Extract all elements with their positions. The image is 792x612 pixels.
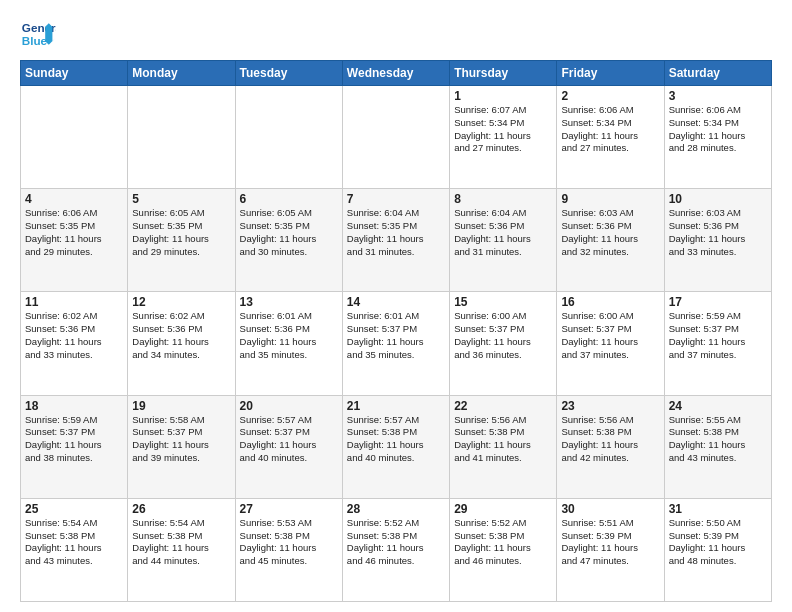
- day-info: Sunrise: 6:01 AM Sunset: 5:36 PM Dayligh…: [240, 310, 338, 361]
- logo-icon: General Blue: [20, 16, 56, 52]
- calendar-cell: 23Sunrise: 5:56 AM Sunset: 5:38 PM Dayli…: [557, 395, 664, 498]
- calendar-cell: 21Sunrise: 5:57 AM Sunset: 5:38 PM Dayli…: [342, 395, 449, 498]
- day-number: 27: [240, 502, 338, 516]
- calendar-cell: [128, 86, 235, 189]
- day-info: Sunrise: 5:52 AM Sunset: 5:38 PM Dayligh…: [454, 517, 552, 568]
- day-number: 1: [454, 89, 552, 103]
- day-info: Sunrise: 5:57 AM Sunset: 5:38 PM Dayligh…: [347, 414, 445, 465]
- day-info: Sunrise: 5:55 AM Sunset: 5:38 PM Dayligh…: [669, 414, 767, 465]
- day-info: Sunrise: 5:53 AM Sunset: 5:38 PM Dayligh…: [240, 517, 338, 568]
- day-info: Sunrise: 6:06 AM Sunset: 5:34 PM Dayligh…: [669, 104, 767, 155]
- calendar-cell: 10Sunrise: 6:03 AM Sunset: 5:36 PM Dayli…: [664, 189, 771, 292]
- day-number: 2: [561, 89, 659, 103]
- day-number: 12: [132, 295, 230, 309]
- calendar-cell: 9Sunrise: 6:03 AM Sunset: 5:36 PM Daylig…: [557, 189, 664, 292]
- day-info: Sunrise: 5:50 AM Sunset: 5:39 PM Dayligh…: [669, 517, 767, 568]
- day-number: 17: [669, 295, 767, 309]
- day-info: Sunrise: 5:56 AM Sunset: 5:38 PM Dayligh…: [454, 414, 552, 465]
- day-number: 30: [561, 502, 659, 516]
- day-info: Sunrise: 6:06 AM Sunset: 5:34 PM Dayligh…: [561, 104, 659, 155]
- day-info: Sunrise: 6:03 AM Sunset: 5:36 PM Dayligh…: [669, 207, 767, 258]
- day-info: Sunrise: 6:06 AM Sunset: 5:35 PM Dayligh…: [25, 207, 123, 258]
- calendar-cell: 25Sunrise: 5:54 AM Sunset: 5:38 PM Dayli…: [21, 498, 128, 601]
- day-info: Sunrise: 5:54 AM Sunset: 5:38 PM Dayligh…: [132, 517, 230, 568]
- calendar-cell: 14Sunrise: 6:01 AM Sunset: 5:37 PM Dayli…: [342, 292, 449, 395]
- calendar-cell: 29Sunrise: 5:52 AM Sunset: 5:38 PM Dayli…: [450, 498, 557, 601]
- day-info: Sunrise: 5:57 AM Sunset: 5:37 PM Dayligh…: [240, 414, 338, 465]
- day-info: Sunrise: 5:56 AM Sunset: 5:38 PM Dayligh…: [561, 414, 659, 465]
- calendar-week-2: 4Sunrise: 6:06 AM Sunset: 5:35 PM Daylig…: [21, 189, 772, 292]
- calendar-cell: 22Sunrise: 5:56 AM Sunset: 5:38 PM Dayli…: [450, 395, 557, 498]
- day-info: Sunrise: 6:04 AM Sunset: 5:35 PM Dayligh…: [347, 207, 445, 258]
- calendar-cell: 2Sunrise: 6:06 AM Sunset: 5:34 PM Daylig…: [557, 86, 664, 189]
- calendar-cell: 20Sunrise: 5:57 AM Sunset: 5:37 PM Dayli…: [235, 395, 342, 498]
- day-header-wednesday: Wednesday: [342, 61, 449, 86]
- day-number: 21: [347, 399, 445, 413]
- day-info: Sunrise: 6:02 AM Sunset: 5:36 PM Dayligh…: [132, 310, 230, 361]
- day-number: 31: [669, 502, 767, 516]
- calendar-cell: 19Sunrise: 5:58 AM Sunset: 5:37 PM Dayli…: [128, 395, 235, 498]
- day-info: Sunrise: 6:05 AM Sunset: 5:35 PM Dayligh…: [240, 207, 338, 258]
- day-info: Sunrise: 6:00 AM Sunset: 5:37 PM Dayligh…: [561, 310, 659, 361]
- day-number: 28: [347, 502, 445, 516]
- calendar-cell: 28Sunrise: 5:52 AM Sunset: 5:38 PM Dayli…: [342, 498, 449, 601]
- day-number: 3: [669, 89, 767, 103]
- calendar-cell: [342, 86, 449, 189]
- day-info: Sunrise: 6:07 AM Sunset: 5:34 PM Dayligh…: [454, 104, 552, 155]
- day-header-monday: Monday: [128, 61, 235, 86]
- calendar-cell: 30Sunrise: 5:51 AM Sunset: 5:39 PM Dayli…: [557, 498, 664, 601]
- header: General Blue: [20, 16, 772, 52]
- calendar-week-3: 11Sunrise: 6:02 AM Sunset: 5:36 PM Dayli…: [21, 292, 772, 395]
- calendar-cell: [235, 86, 342, 189]
- day-number: 25: [25, 502, 123, 516]
- calendar-cell: [21, 86, 128, 189]
- day-number: 5: [132, 192, 230, 206]
- calendar-cell: 15Sunrise: 6:00 AM Sunset: 5:37 PM Dayli…: [450, 292, 557, 395]
- day-number: 23: [561, 399, 659, 413]
- calendar-week-4: 18Sunrise: 5:59 AM Sunset: 5:37 PM Dayli…: [21, 395, 772, 498]
- day-number: 14: [347, 295, 445, 309]
- day-number: 29: [454, 502, 552, 516]
- day-number: 26: [132, 502, 230, 516]
- day-number: 8: [454, 192, 552, 206]
- calendar-cell: 13Sunrise: 6:01 AM Sunset: 5:36 PM Dayli…: [235, 292, 342, 395]
- day-info: Sunrise: 5:59 AM Sunset: 5:37 PM Dayligh…: [25, 414, 123, 465]
- day-info: Sunrise: 6:03 AM Sunset: 5:36 PM Dayligh…: [561, 207, 659, 258]
- day-number: 11: [25, 295, 123, 309]
- day-info: Sunrise: 6:00 AM Sunset: 5:37 PM Dayligh…: [454, 310, 552, 361]
- svg-text:Blue: Blue: [22, 34, 48, 47]
- day-number: 10: [669, 192, 767, 206]
- day-info: Sunrise: 6:01 AM Sunset: 5:37 PM Dayligh…: [347, 310, 445, 361]
- day-info: Sunrise: 5:59 AM Sunset: 5:37 PM Dayligh…: [669, 310, 767, 361]
- calendar-table: SundayMondayTuesdayWednesdayThursdayFrid…: [20, 60, 772, 602]
- calendar-cell: 12Sunrise: 6:02 AM Sunset: 5:36 PM Dayli…: [128, 292, 235, 395]
- day-info: Sunrise: 6:04 AM Sunset: 5:36 PM Dayligh…: [454, 207, 552, 258]
- day-header-friday: Friday: [557, 61, 664, 86]
- day-number: 13: [240, 295, 338, 309]
- calendar-header-row: SundayMondayTuesdayWednesdayThursdayFrid…: [21, 61, 772, 86]
- day-info: Sunrise: 6:05 AM Sunset: 5:35 PM Dayligh…: [132, 207, 230, 258]
- day-header-tuesday: Tuesday: [235, 61, 342, 86]
- day-number: 9: [561, 192, 659, 206]
- calendar-cell: 1Sunrise: 6:07 AM Sunset: 5:34 PM Daylig…: [450, 86, 557, 189]
- calendar-cell: 24Sunrise: 5:55 AM Sunset: 5:38 PM Dayli…: [664, 395, 771, 498]
- day-number: 6: [240, 192, 338, 206]
- day-info: Sunrise: 5:54 AM Sunset: 5:38 PM Dayligh…: [25, 517, 123, 568]
- calendar-cell: 16Sunrise: 6:00 AM Sunset: 5:37 PM Dayli…: [557, 292, 664, 395]
- day-number: 16: [561, 295, 659, 309]
- day-number: 4: [25, 192, 123, 206]
- day-number: 24: [669, 399, 767, 413]
- calendar-cell: 8Sunrise: 6:04 AM Sunset: 5:36 PM Daylig…: [450, 189, 557, 292]
- day-header-thursday: Thursday: [450, 61, 557, 86]
- calendar-week-5: 25Sunrise: 5:54 AM Sunset: 5:38 PM Dayli…: [21, 498, 772, 601]
- day-info: Sunrise: 5:52 AM Sunset: 5:38 PM Dayligh…: [347, 517, 445, 568]
- day-header-sunday: Sunday: [21, 61, 128, 86]
- calendar-week-1: 1Sunrise: 6:07 AM Sunset: 5:34 PM Daylig…: [21, 86, 772, 189]
- calendar-cell: 27Sunrise: 5:53 AM Sunset: 5:38 PM Dayli…: [235, 498, 342, 601]
- calendar-cell: 26Sunrise: 5:54 AM Sunset: 5:38 PM Dayli…: [128, 498, 235, 601]
- day-number: 20: [240, 399, 338, 413]
- calendar-cell: 5Sunrise: 6:05 AM Sunset: 5:35 PM Daylig…: [128, 189, 235, 292]
- calendar-cell: 11Sunrise: 6:02 AM Sunset: 5:36 PM Dayli…: [21, 292, 128, 395]
- day-number: 18: [25, 399, 123, 413]
- day-number: 7: [347, 192, 445, 206]
